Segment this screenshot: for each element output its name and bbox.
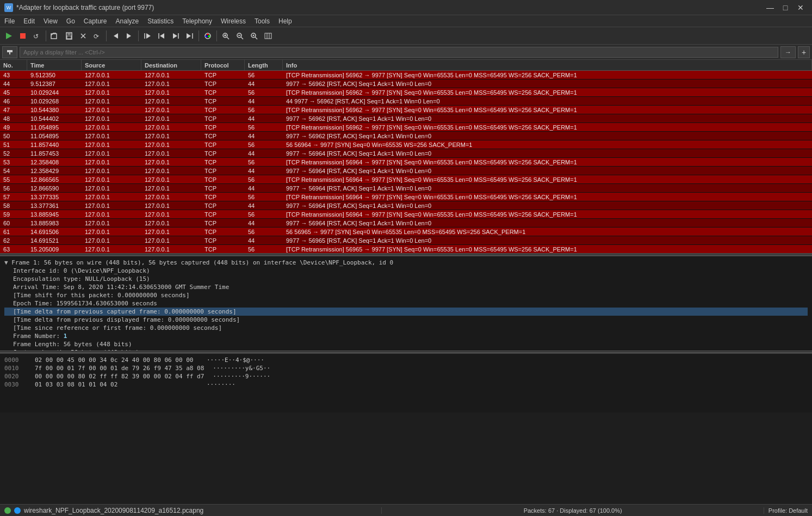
cell-proto: TCP bbox=[201, 106, 245, 114]
table-row[interactable]: 44 9.512387 127.0.0.1 127.0.0.1 TCP 44 9… bbox=[0, 79, 812, 88]
menu-analyze[interactable]: Analyze bbox=[111, 15, 144, 27]
detail-frame-number: Frame Number: 1 bbox=[4, 332, 808, 340]
cell-src: 127.0.0.1 bbox=[82, 245, 141, 253]
cell-src: 127.0.0.1 bbox=[82, 201, 141, 210]
status-filename: wireshark_NPF_Loopback_20200908114209_a1… bbox=[24, 507, 203, 514]
stop-button[interactable] bbox=[16, 29, 29, 42]
cell-info: 9977 → 56962 [RST, ACK] Seq=1 Ack=1 Win=… bbox=[283, 79, 812, 88]
cell-len: 56 bbox=[245, 140, 283, 149]
cell-info: [TCP Retransmission] 56962 → 9977 [SYN] … bbox=[283, 71, 812, 79]
table-row[interactable]: 48 10.544402 127.0.0.1 127.0.0.1 TCP 44 … bbox=[0, 114, 812, 123]
cell-proto: TCP bbox=[201, 228, 245, 236]
reload-button[interactable]: ⟳ bbox=[91, 29, 104, 42]
table-row[interactable]: 50 11.054895 127.0.0.1 127.0.0.1 TCP 44 … bbox=[0, 132, 812, 140]
cell-time: 10.544402 bbox=[27, 114, 82, 122]
goto-first-button[interactable] bbox=[141, 29, 154, 42]
goto-prev-button[interactable] bbox=[155, 29, 168, 42]
cell-proto: TCP bbox=[201, 236, 245, 244]
zoom-in-button[interactable] bbox=[219, 29, 232, 42]
table-row[interactable]: 63 15.205009 127.0.0.1 127.0.0.1 TCP 56 … bbox=[0, 245, 812, 253]
detail-time-since-ref: [Time since reference or first frame: 0.… bbox=[4, 324, 808, 332]
open-button[interactable] bbox=[48, 29, 61, 42]
cell-src: 127.0.0.1 bbox=[82, 106, 141, 114]
menu-telephony[interactable]: Telephony bbox=[178, 15, 216, 27]
svg-text:↺: ↺ bbox=[33, 33, 39, 40]
table-row[interactable]: 60 13.885983 127.0.0.1 127.0.0.1 TCP 44 … bbox=[0, 219, 812, 228]
cell-dst: 127.0.0.1 bbox=[141, 158, 201, 166]
zoom-reset-button[interactable] bbox=[247, 29, 261, 42]
filter-right-arrow[interactable]: → bbox=[780, 46, 796, 58]
menu-view[interactable]: View bbox=[39, 15, 62, 27]
titlebar-left: W *Adapter for loopback traffic capture … bbox=[4, 3, 154, 12]
table-row[interactable]: 46 10.029268 127.0.0.1 127.0.0.1 TCP 44 … bbox=[0, 97, 812, 106]
cell-info: [TCP Retransmission] 56962 → 9977 [SYN] … bbox=[283, 88, 812, 96]
cell-len: 44 bbox=[245, 97, 283, 105]
cell-info: 9977 → 56962 [RST, ACK] Seq=1 Ack=1 Win=… bbox=[283, 114, 812, 122]
cell-src: 127.0.0.1 bbox=[82, 97, 141, 105]
table-row[interactable]: 43 9.512350 127.0.0.1 127.0.0.1 TCP 56 [… bbox=[0, 71, 812, 79]
svg-rect-5 bbox=[67, 33, 71, 35]
detail-time-delta-displayed: [Time delta from previous displayed fram… bbox=[4, 316, 808, 324]
resize-cols-button[interactable] bbox=[262, 29, 275, 42]
goto-next-button[interactable] bbox=[169, 29, 182, 42]
restart-button[interactable]: ↺ bbox=[30, 29, 44, 42]
cell-src: 127.0.0.1 bbox=[82, 114, 141, 122]
table-row[interactable]: 45 10.029244 127.0.0.1 127.0.0.1 TCP 56 … bbox=[0, 88, 812, 97]
menu-file[interactable]: File bbox=[0, 15, 19, 27]
cell-len: 56 bbox=[245, 175, 283, 183]
menu-capture[interactable]: Capture bbox=[79, 15, 111, 27]
table-row[interactable]: 53 12.358408 127.0.0.1 127.0.0.1 TCP 56 … bbox=[0, 158, 812, 167]
table-row[interactable]: 54 12.358429 127.0.0.1 127.0.0.1 TCP 44 … bbox=[0, 167, 812, 175]
back-button[interactable] bbox=[109, 29, 122, 42]
forward-button[interactable] bbox=[123, 29, 136, 42]
menu-go[interactable]: Go bbox=[62, 15, 79, 27]
close-button[interactable]: ✕ bbox=[794, 2, 808, 13]
cell-src: 127.0.0.1 bbox=[82, 175, 141, 183]
maximize-button[interactable]: □ bbox=[778, 2, 792, 13]
minimize-button[interactable]: — bbox=[763, 2, 777, 13]
table-row[interactable]: 52 11.857453 127.0.0.1 127.0.0.1 TCP 44 … bbox=[0, 149, 812, 158]
cell-len: 44 bbox=[245, 114, 283, 122]
display-filter-input[interactable] bbox=[20, 47, 778, 58]
table-row[interactable]: 57 13.377335 127.0.0.1 127.0.0.1 TCP 56 … bbox=[0, 193, 812, 201]
cell-len: 56 bbox=[245, 228, 283, 236]
cell-info: 56 56964 → 9977 [SYN] Seq=0 Win=65535 WS… bbox=[283, 140, 812, 149]
detail-expand-frame[interactable]: ▼ bbox=[4, 259, 11, 266]
table-row[interactable]: 49 11.054895 127.0.0.1 127.0.0.1 TCP 56 … bbox=[0, 123, 812, 132]
cell-dst: 127.0.0.1 bbox=[141, 236, 201, 244]
start-button[interactable] bbox=[2, 29, 15, 42]
frame-number-value: 1 bbox=[64, 333, 67, 340]
colorize-button[interactable] bbox=[201, 29, 214, 42]
menu-edit[interactable]: Edit bbox=[19, 15, 39, 27]
menubar: File Edit View Go Capture Analyze Statis… bbox=[0, 15, 812, 27]
hex-offset: 0020 bbox=[4, 372, 26, 380]
close-file-button[interactable] bbox=[77, 29, 90, 42]
menu-help[interactable]: Help bbox=[274, 15, 296, 27]
menu-statistics[interactable]: Statistics bbox=[143, 15, 178, 27]
zoom-out-button[interactable] bbox=[233, 29, 246, 42]
svg-marker-11 bbox=[127, 33, 131, 39]
table-row[interactable]: 55 12.866565 127.0.0.1 127.0.0.1 TCP 56 … bbox=[0, 175, 812, 184]
save-button[interactable] bbox=[63, 29, 76, 42]
table-row[interactable]: 62 14.691521 127.0.0.1 127.0.0.1 TCP 44 … bbox=[0, 236, 812, 245]
filter-arrow-button[interactable] bbox=[2, 46, 17, 58]
menu-wireless[interactable]: Wireless bbox=[216, 15, 250, 27]
filter-add-button[interactable]: + bbox=[798, 46, 810, 58]
cell-proto: TCP bbox=[201, 114, 245, 122]
table-row[interactable]: 61 14.691506 127.0.0.1 127.0.0.1 TCP 56 … bbox=[0, 228, 812, 236]
svg-marker-34 bbox=[7, 50, 13, 54]
cell-len: 56 bbox=[245, 245, 283, 253]
table-row[interactable]: 51 11.857440 127.0.0.1 127.0.0.1 TCP 56 … bbox=[0, 140, 812, 149]
table-row[interactable]: 47 10.544380 127.0.0.1 127.0.0.1 TCP 56 … bbox=[0, 106, 812, 114]
menu-tools[interactable]: Tools bbox=[250, 15, 274, 27]
table-row[interactable]: 56 12.866590 127.0.0.1 127.0.0.1 TCP 44 … bbox=[0, 184, 812, 193]
col-header-protocol: Protocol bbox=[201, 60, 245, 70]
hex-offset: 0000 bbox=[4, 356, 26, 364]
goto-last-button[interactable] bbox=[183, 29, 196, 42]
table-row[interactable]: 58 13.377361 127.0.0.1 127.0.0.1 TCP 44 … bbox=[0, 201, 812, 210]
detail-arrival-time: Arrival Time: Sep 8, 2020 11:42:14.63065… bbox=[4, 283, 808, 291]
detail-frame-length: Frame Length: 56 bytes (448 bits) bbox=[4, 340, 808, 348]
table-row[interactable]: 59 13.885945 127.0.0.1 127.0.0.1 TCP 56 … bbox=[0, 210, 812, 219]
cell-proto: TCP bbox=[201, 79, 245, 88]
cell-dst: 127.0.0.1 bbox=[141, 193, 201, 201]
